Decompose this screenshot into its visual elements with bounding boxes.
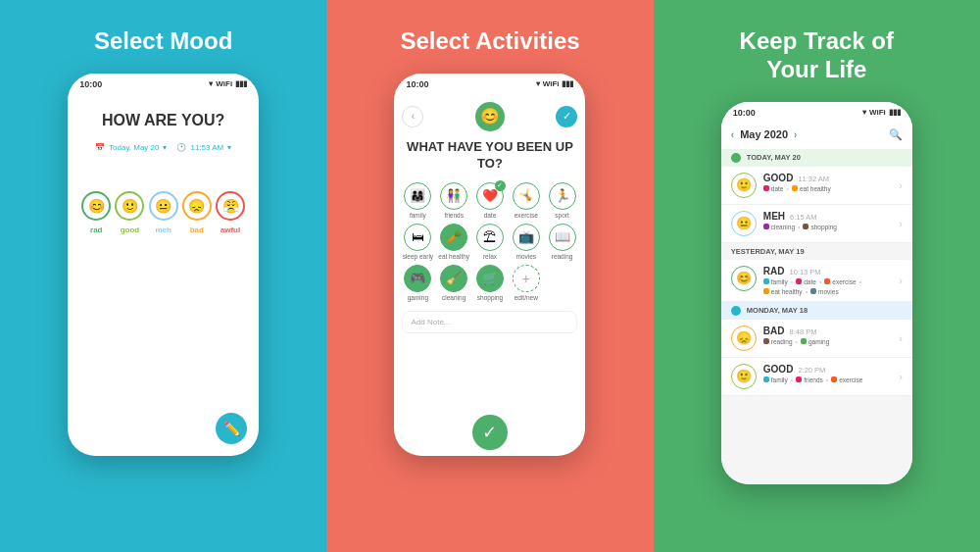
entry-mood-meh: MEH: [763, 211, 785, 222]
entry-good-monday[interactable]: 🙂 GOOD 2:20 PM family • friends • exerci…: [721, 358, 912, 396]
entry-time-rad: 10:13 PM: [789, 268, 820, 276]
phone-3: 10:00 ▾ WiFi ▮▮▮ ‹ May 2020 › 🔍 TO: [721, 102, 912, 484]
chevron-down-icon-2: ▾: [227, 143, 231, 152]
mood-rad[interactable]: 😊 rad: [81, 191, 111, 234]
confirm-button[interactable]: ✓: [556, 106, 577, 127]
entry-chevron-good2: ›: [899, 371, 903, 382]
mood-circle-bad: 😞: [182, 191, 212, 221]
monday-dot: [731, 306, 741, 316]
entry-mood-good2: GOOD: [763, 364, 794, 375]
mood-time[interactable]: 🕐 11:53 AM ▾: [176, 143, 231, 152]
entry-emoji-meh: 😐: [731, 211, 757, 236]
status-time-1: 10:00: [79, 79, 102, 89]
entry-info-good2: GOOD 2:20 PM family • friends • exercise: [763, 364, 892, 383]
entry-emoji-rad: 😊: [731, 266, 757, 291]
entry-chevron-meh: ›: [899, 218, 903, 229]
day-label-monday: MONDAY, MAY 18: [747, 306, 808, 315]
activities-screen: ‹ 😊 ✓ WHAT HAVE YOU BEEN UP TO? 👨‍👩‍👧 fa…: [394, 92, 585, 456]
done-fab[interactable]: ✓: [472, 415, 508, 450]
entry-tags-rad: family • date • exercise • eat healthy •…: [763, 278, 892, 295]
entry-time-good: 11:32 AM: [798, 175, 829, 183]
activity-family[interactable]: 👨‍👩‍👧 family: [402, 182, 433, 219]
entry-rad-yesterday[interactable]: 😊 RAD 10:13 PM family • date • exercise: [721, 260, 912, 302]
mood-emojis-row: 😊 rad 🙂 good 😐 meh: [79, 191, 247, 234]
mood-circle-good: 🙂: [115, 191, 144, 221]
activity-cleaning[interactable]: 🧹 cleaning: [438, 265, 469, 301]
entry-tags-meh: cleaning • shopping: [763, 224, 892, 230]
mood-label-meh: meh: [155, 226, 171, 234]
mood-awful[interactable]: 😤 awful: [216, 191, 245, 234]
mood-label-bad: bad: [190, 226, 204, 234]
phone-1: 10:00 ▾ WiFi ▮▮▮ HOW ARE YOU? 📅 Today, M…: [68, 74, 259, 456]
activity-grid: 👨‍👩‍👧 family 👫 friends ❤️ ✓ date: [402, 182, 577, 301]
entry-emoji-bad: 😞: [731, 326, 757, 351]
entry-bad-monday[interactable]: 😞 BAD 8:48 PM reading • gaming ›: [721, 320, 912, 358]
activity-shopping[interactable]: 🛒 shopping: [474, 265, 506, 301]
entry-chevron-bad: ›: [899, 332, 903, 344]
activity-sleep[interactable]: 🛏 sleep early: [402, 224, 433, 260]
pencil-fab[interactable]: ✏️: [216, 413, 247, 444]
entry-good-today[interactable]: 🙂 GOOD 11:32 AM date • eat healthy ›: [721, 167, 912, 205]
entry-tags-good2: family • friends • exercise: [763, 376, 892, 383]
phone1-content: HOW ARE YOU? 📅 Today, May 20 ▾ 🕐 11:53 A…: [68, 92, 259, 456]
entry-info-rad: RAD 10:13 PM family • date • exercise • …: [763, 266, 892, 295]
activity-date[interactable]: ❤️ ✓ date: [474, 182, 506, 219]
day-label-today: TODAY, MAY 20: [747, 153, 801, 162]
entry-tags-bad: reading • gaming: [763, 338, 892, 345]
track-screen: ‹ May 2020 › 🔍 TODAY, MAY 20 🙂 GOOD: [721, 121, 912, 484]
selected-mood-icon: 😊: [475, 102, 505, 131]
day-header-yesterday: YESTERDAY, MAY 19: [721, 243, 912, 260]
today-dot: [731, 153, 741, 163]
panel1-title: Select Mood: [94, 27, 232, 56]
activity-reading[interactable]: 📖 reading: [547, 224, 578, 260]
entry-emoji-good2: 🙂: [731, 364, 757, 389]
entry-info-good: GOOD 11:32 AM date • eat healthy: [763, 173, 892, 192]
day-header-today: TODAY, MAY 20: [721, 149, 912, 167]
status-time-3: 10:00: [733, 108, 756, 118]
month-label: May 2020: [740, 128, 788, 140]
entry-meh-today[interactable]: 😐 MEH 6:15 AM cleaning • shopping ›: [721, 205, 912, 243]
activity-friends[interactable]: 👫 friends: [438, 182, 469, 219]
entry-mood-good: GOOD: [763, 173, 794, 183]
mood-good[interactable]: 🙂 good: [115, 191, 144, 234]
activity-movies[interactable]: 📺 movies: [511, 224, 542, 260]
entry-mood-bad: BAD: [763, 326, 785, 336]
track-list: TODAY, MAY 20 🙂 GOOD 11:32 AM date • eat…: [721, 149, 912, 484]
next-month-button[interactable]: ›: [794, 129, 797, 140]
mood-circle-rad: 😊: [81, 191, 111, 221]
chevron-down-icon: ▾: [163, 143, 167, 152]
mood-circle-meh: 😐: [149, 191, 178, 221]
panel-select-activities: Select Activities 10:00 ▾ WiFi ▮▮▮ ‹ 😊 ✓…: [326, 0, 653, 552]
entry-info-meh: MEH 6:15 AM cleaning • shopping: [763, 211, 892, 230]
mood-date[interactable]: 📅 Today, May 20 ▾: [95, 143, 167, 152]
mood-bad[interactable]: 😞 bad: [182, 191, 212, 234]
activity-edit-new[interactable]: + edit/new: [511, 265, 542, 301]
prev-month-button[interactable]: ‹: [731, 129, 734, 140]
status-icons-1: ▾ WiFi ▮▮▮: [209, 79, 247, 88]
time-text: 11:53 AM: [190, 143, 223, 152]
activity-gaming[interactable]: 🎮 gaming: [402, 265, 433, 301]
entry-time-meh: 6:15 AM: [790, 213, 817, 222]
search-icon[interactable]: 🔍: [889, 128, 903, 141]
track-header: ‹ May 2020 › 🔍: [721, 121, 912, 149]
status-bar-1: 10:00 ▾ WiFi ▮▮▮: [68, 74, 259, 92]
activity-eat-healthy[interactable]: 🥕 eat healthy: [438, 224, 469, 260]
activities-header: ‹ 😊 ✓: [402, 102, 577, 131]
note-input[interactable]: Add Note...: [402, 311, 577, 333]
day-header-monday: MONDAY, MAY 18: [721, 302, 912, 320]
activity-exercise[interactable]: 🤸 exercise: [511, 182, 542, 219]
panel-keep-track: Keep Track ofYour Life 10:00 ▾ WiFi ▮▮▮ …: [654, 0, 980, 552]
activity-sport[interactable]: 🏃 sport: [547, 182, 578, 219]
status-bar-2: 10:00 ▾ WiFi ▮▮▮: [394, 74, 585, 92]
entry-time-bad: 8:48 PM: [789, 327, 816, 336]
activity-relax[interactable]: ⛱ relax: [474, 224, 506, 260]
clock-icon: 🕐: [176, 143, 186, 152]
phone-2: 10:00 ▾ WiFi ▮▮▮ ‹ 😊 ✓ WHAT HAVE YOU BEE…: [394, 74, 585, 456]
entry-time-good2: 2:20 PM: [798, 366, 825, 375]
status-icons-3: ▾ WiFi ▮▮▮: [862, 108, 901, 117]
mood-meh[interactable]: 😐 meh: [149, 191, 178, 234]
back-button[interactable]: ‹: [402, 106, 423, 127]
mood-question: HOW ARE YOU?: [102, 112, 224, 129]
activity-check-badge: ✓: [495, 180, 506, 191]
activities-question: WHAT HAVE YOU BEEN UP TO?: [402, 139, 577, 173]
